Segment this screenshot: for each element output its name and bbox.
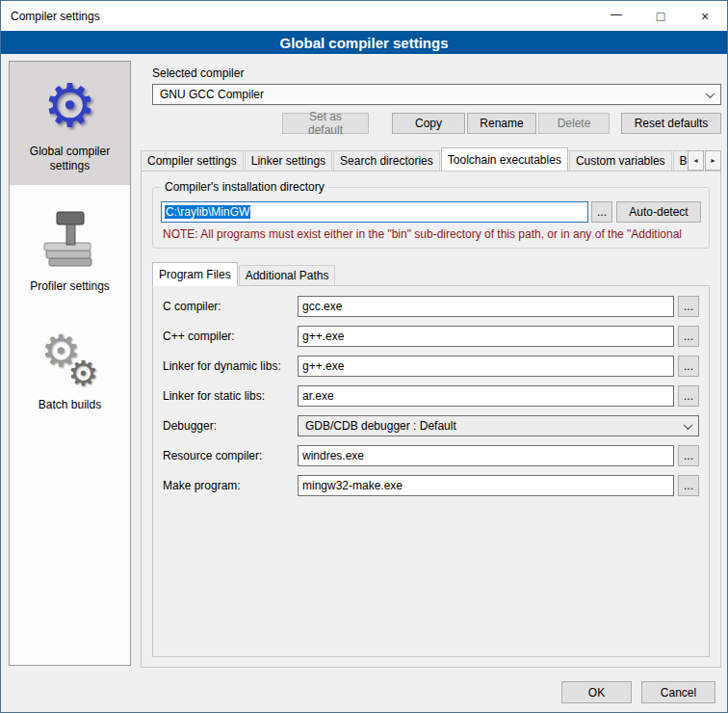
tab-search-directories[interactable]: Search directories bbox=[333, 150, 440, 171]
browse-resource-compiler-button[interactable]: ... bbox=[678, 445, 699, 466]
gray-gears-icon: ⚙ ⚙ bbox=[39, 329, 101, 390]
tab-additional-paths[interactable]: Additional Paths bbox=[239, 265, 336, 285]
field-row-c-compiler: C compiler: ... bbox=[163, 296, 699, 317]
browse-make-program-button[interactable]: ... bbox=[678, 475, 699, 496]
tab-scroll-left-button[interactable]: ◄ bbox=[688, 150, 704, 171]
browse-cpp-compiler-button[interactable]: ... bbox=[678, 326, 699, 347]
installation-directory-input[interactable]: C:\raylib\MinGW bbox=[161, 201, 588, 223]
main-panel: Selected compiler GNU GCC Compiler Set a… bbox=[141, 61, 721, 668]
selected-compiler-select[interactable]: GNU GCC Compiler bbox=[152, 84, 721, 105]
set-as-default-button: Set as default bbox=[282, 113, 369, 134]
rename-button[interactable]: Rename bbox=[467, 113, 536, 134]
delete-button: Delete bbox=[538, 113, 610, 134]
window-title: Compiler settings bbox=[11, 10, 100, 23]
installation-directory-row: C:\raylib\MinGW ... Auto-detect bbox=[161, 201, 701, 223]
selected-compiler-label: Selected compiler bbox=[152, 66, 721, 80]
arrow-right-icon: ► bbox=[710, 157, 716, 164]
cpp-compiler-input[interactable] bbox=[298, 326, 674, 347]
sidebar-item-profiler-settings[interactable]: Profiler settings bbox=[10, 195, 130, 305]
dynamic-linker-input[interactable] bbox=[298, 356, 674, 377]
browse-c-compiler-button[interactable]: ... bbox=[678, 296, 699, 317]
field-label: Make program: bbox=[163, 479, 298, 492]
tab-program-files[interactable]: Program Files bbox=[152, 262, 238, 286]
field-label: Linker for dynamic libs: bbox=[163, 359, 298, 373]
field-row-dynamic-linker: Linker for dynamic libs: ... bbox=[163, 356, 699, 377]
c-compiler-input[interactable] bbox=[298, 296, 674, 317]
debugger-select[interactable]: GDB/CDB debugger : Default bbox=[298, 415, 699, 436]
sidebar-item-global-compiler-settings[interactable]: ⚙ Global compiler settings bbox=[10, 62, 130, 185]
minimize-icon: — bbox=[611, 9, 622, 20]
tab-linker-settings[interactable]: Linker settings bbox=[245, 150, 332, 171]
field-label: Debugger: bbox=[163, 419, 298, 433]
resource-compiler-input[interactable] bbox=[298, 445, 674, 466]
chevron-down-icon bbox=[684, 420, 693, 430]
compiler-settings-dialog: Compiler settings — □ × Global compiler … bbox=[0, 0, 728, 713]
program-files-page: C compiler: ... C++ compiler: ... Linker… bbox=[152, 285, 710, 657]
notebook-tabs-row: Compiler settings Linker settings Search… bbox=[141, 147, 721, 171]
dialog-banner-title: Global compiler settings bbox=[279, 35, 448, 51]
installation-note: NOTE: All programs must exist either in … bbox=[163, 227, 701, 241]
static-linker-input[interactable] bbox=[298, 385, 674, 407]
field-row-cpp-compiler: C++ compiler: ... bbox=[163, 326, 699, 347]
sub-notebook-tabs: Program Files Additional Paths bbox=[152, 262, 710, 285]
field-label: Linker for static libs: bbox=[163, 389, 298, 403]
tab-compiler-settings[interactable]: Compiler settings bbox=[141, 150, 244, 171]
sidebar-item-label: Global compiler settings bbox=[13, 145, 126, 173]
browse-directory-button[interactable]: ... bbox=[591, 201, 612, 223]
tab-scroll-buttons: ◄ ► bbox=[687, 150, 721, 171]
cancel-button[interactable]: Cancel bbox=[641, 681, 715, 703]
make-program-input[interactable] bbox=[298, 475, 674, 496]
field-label: C++ compiler: bbox=[163, 330, 298, 343]
field-label: Resource compiler: bbox=[163, 449, 298, 462]
debugger-value: GDB/CDB debugger : Default bbox=[305, 419, 456, 433]
dialog-banner: Global compiler settings bbox=[1, 31, 727, 54]
minimize-button[interactable]: — bbox=[594, 1, 638, 31]
arrow-left-icon: ◄ bbox=[692, 157, 699, 164]
tab-build-options[interactable]: Builc bbox=[673, 150, 688, 171]
auto-detect-button[interactable]: Auto-detect bbox=[616, 201, 701, 223]
blue-gear-icon: ⚙ bbox=[43, 75, 97, 137]
title-bar: Compiler settings — □ × bbox=[1, 1, 727, 31]
selected-compiler-value: GNU GCC Compiler bbox=[160, 88, 264, 101]
notebook-tabs: Compiler settings Linker settings Search… bbox=[141, 147, 688, 171]
settings-sidebar: ⚙ Global compiler settings Profiler sett… bbox=[9, 61, 131, 666]
sidebar-item-batch-builds[interactable]: ⚙ ⚙ Batch builds bbox=[10, 315, 130, 424]
tab-custom-variables[interactable]: Custom variables bbox=[569, 150, 672, 171]
close-button[interactable]: × bbox=[683, 1, 727, 31]
copy-button[interactable]: Copy bbox=[392, 113, 465, 134]
sidebar-item-label: Profiler settings bbox=[30, 279, 110, 294]
tab-toolchain-executables[interactable]: Toolchain executables bbox=[441, 147, 568, 171]
browse-static-linker-button[interactable]: ... bbox=[678, 385, 699, 407]
reset-defaults-button[interactable]: Reset defaults bbox=[621, 113, 721, 134]
field-row-resource-compiler: Resource compiler: ... bbox=[163, 445, 699, 466]
dialog-footer: OK Cancel bbox=[561, 681, 715, 703]
maximize-icon: □ bbox=[657, 10, 664, 23]
field-row-debugger: Debugger: GDB/CDB debugger : Default bbox=[163, 415, 699, 436]
close-icon: × bbox=[701, 10, 709, 23]
compiler-actions: Set as default Copy Rename Delete Reset … bbox=[152, 113, 721, 134]
chevron-down-icon bbox=[706, 89, 715, 98]
installation-directory-group: Compiler's installation directory C:\ray… bbox=[152, 187, 710, 249]
installation-directory-value: C:\raylib\MinGW bbox=[165, 205, 250, 219]
field-row-static-linker: Linker for static libs: ... bbox=[163, 385, 699, 407]
ok-button[interactable]: OK bbox=[561, 681, 632, 703]
sidebar-item-label: Batch builds bbox=[39, 398, 101, 412]
profiler-icon bbox=[41, 208, 99, 272]
field-row-make-program: Make program: ... bbox=[163, 475, 699, 496]
browse-dynamic-linker-button[interactable]: ... bbox=[678, 356, 699, 377]
window-controls: — □ × bbox=[594, 1, 727, 31]
field-label: C compiler: bbox=[163, 300, 298, 313]
tab-scroll-right-button[interactable]: ► bbox=[705, 150, 721, 171]
maximize-button[interactable]: □ bbox=[638, 1, 683, 31]
installation-directory-group-title: Compiler's installation directory bbox=[161, 180, 328, 194]
toolchain-executables-page: Compiler's installation directory C:\ray… bbox=[141, 171, 721, 668]
